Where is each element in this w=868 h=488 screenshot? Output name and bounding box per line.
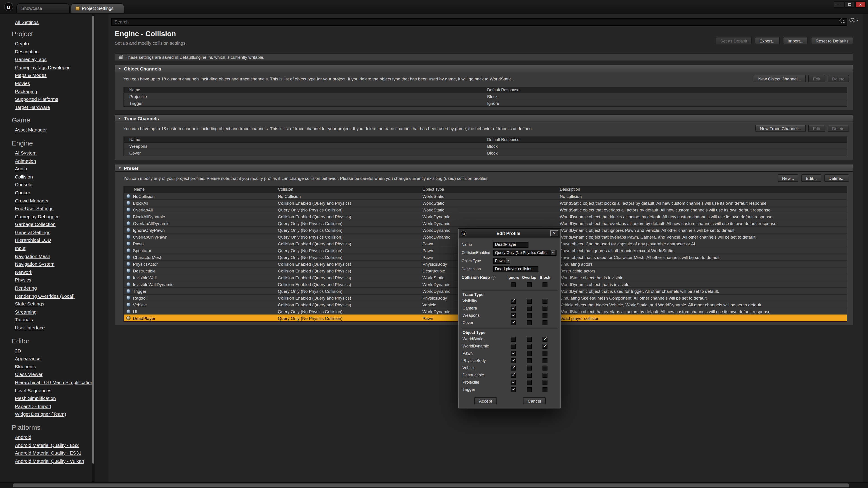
table-row[interactable]: Weapons Block [124,143,847,149]
sidebar-entry[interactable]: Supported Platforms [15,95,58,103]
ignore-checkbox[interactable] [511,387,516,392]
channel-action-button[interactable]: New Trace Channel... [755,125,806,132]
block-checkbox[interactable] [542,380,548,385]
sidebar-entry[interactable]: Project [12,30,33,37]
sidebar-entry[interactable]: Physics [15,276,31,284]
sidebar-entry[interactable]: Navigation Mesh [15,252,50,260]
block-checkbox[interactable] [542,306,548,311]
sidebar-entry[interactable]: Rendering Overrides (Local) [15,292,74,300]
minimize-button[interactable]: — [834,1,844,8]
page-action-button[interactable]: Set as Default [716,37,752,44]
search-icon[interactable] [839,19,844,24]
sidebar-entry[interactable]: 2D [15,347,21,355]
sidebar-entry[interactable]: Target Hardware [15,103,50,111]
ignore-checkbox[interactable] [511,282,516,287]
sidebar-entry[interactable]: Editor [12,337,29,345]
sidebar-entry[interactable]: Android Material Quality - ES2 [15,441,79,449]
sidebar-entry[interactable]: User Interface [15,324,45,332]
sidebar-entry[interactable]: Cooker [15,189,30,197]
preset-table-row[interactable]: NoCollision No Collision WorldStatic No … [124,193,847,199]
search-input[interactable] [111,18,847,26]
sidebar-entry[interactable]: Navigation System [15,260,55,268]
sidebar-entry[interactable]: Tutorials [15,316,33,324]
close-button[interactable]: ✕ [855,1,866,8]
sidebar-entry[interactable]: Platforms [12,423,40,431]
ignore-checkbox[interactable] [511,358,516,363]
channel-action-button[interactable]: Edit [808,75,825,82]
profile-name-input[interactable] [493,241,528,248]
overlap-checkbox[interactable] [527,313,532,318]
sidebar-entry[interactable]: Gameplay Debugger [15,213,59,221]
dialog-close-button[interactable]: ✕ [550,230,558,236]
overlap-checkbox[interactable] [527,351,532,356]
window-tab[interactable]: Showcase [16,3,70,13]
visibility-filter-button[interactable]: ▼ [849,18,859,22]
object-type-dropdown[interactable]: Pawn ▼ [493,258,510,264]
table-row[interactable]: Cover Block [124,149,847,156]
horizontal-scrollbar[interactable] [0,482,868,488]
sidebar-entry[interactable]: General Settings [15,229,50,236]
overlap-checkbox[interactable] [527,380,532,385]
sidebar-entry[interactable]: Android Material Quality - ES31 [15,449,81,457]
preset-table-row[interactable]: OverlapAll Query Only (No Physics Collis… [124,206,847,213]
ignore-checkbox[interactable] [511,313,516,318]
sidebar-entry[interactable]: Mesh Simplification [15,394,56,402]
section-header[interactable]: ▼ Object Channels [115,65,853,72]
sidebar-entry[interactable]: Collision [15,173,33,181]
sidebar-entry[interactable]: Crypto [15,40,29,48]
block-checkbox[interactable] [542,344,548,349]
sidebar-entry[interactable]: Asset Manager [15,126,47,134]
ignore-checkbox[interactable] [511,372,516,378]
preset-table-row[interactable]: OverlapAllDynamic Query Only (No Physics… [124,220,847,226]
block-checkbox[interactable] [542,387,548,392]
page-action-button[interactable]: Export... [755,37,780,44]
collision-enabled-dropdown[interactable]: Query Only (No Physics Collisi ▼ [493,250,557,256]
sidebar-entry[interactable]: Slate Settings [15,300,44,308]
sidebar-entry[interactable]: Console [15,181,32,189]
sidebar-entry[interactable]: Class Viewer [15,371,42,379]
overlap-checkbox[interactable] [527,306,532,311]
sidebar-entry[interactable]: Android Material Quality - Vulkan [15,457,84,465]
table-row[interactable]: Trigger Ignore [124,100,847,106]
sidebar-entry[interactable]: Audio [15,165,27,173]
sidebar-entry[interactable]: Movies [15,79,30,88]
sidebar-entry[interactable]: Widget Designer (Team) [15,411,66,418]
sidebar-entry[interactable]: Blueprints [15,363,36,371]
accept-button[interactable]: Accept [474,397,497,404]
block-checkbox[interactable] [542,282,548,287]
window-tab[interactable]: Project Settings [70,3,124,13]
ignore-checkbox[interactable] [511,351,516,356]
block-checkbox[interactable] [542,365,548,370]
sidebar-entry[interactable]: Description [15,48,39,56]
profile-description-input[interactable] [493,266,538,272]
preset-action-button[interactable]: Delete... [824,174,849,182]
sidebar-entry[interactable]: Animation [15,157,36,165]
ignore-checkbox[interactable] [511,306,516,311]
sidebar-scrollbar-thumb[interactable] [92,16,94,463]
block-checkbox[interactable] [542,320,548,325]
sidebar-entry[interactable]: End-User Settings [15,205,53,213]
block-checkbox[interactable] [542,298,548,303]
ignore-checkbox[interactable] [511,298,516,303]
sidebar-entry[interactable]: Hierarchical LOD [15,236,51,245]
overlap-checkbox[interactable] [527,365,532,370]
section-header[interactable]: ▼ Preset [115,164,853,172]
horizontal-scrollbar-thumb[interactable] [13,484,849,487]
sidebar-entry[interactable]: Crowd Manager [15,197,49,205]
overlap-checkbox[interactable] [527,358,532,363]
overlap-checkbox[interactable] [527,344,532,349]
overlap-checkbox[interactable] [527,320,532,325]
overlap-checkbox[interactable] [527,372,532,378]
page-action-button[interactable]: Reset to Defaults [811,37,853,44]
overlap-checkbox[interactable] [527,282,532,287]
channel-action-button[interactable]: Delete [828,75,849,82]
preset-table-row[interactable]: BlockAllDynamic Collision Enabled (Query… [124,213,847,220]
ignore-checkbox[interactable] [511,336,516,341]
sidebar-entry[interactable]: Appearance [15,355,40,363]
sidebar-entry[interactable]: GameplayTags [15,56,46,64]
preset-action-button[interactable]: New... [778,174,799,182]
sidebar-entry[interactable]: Rendering [15,284,37,292]
block-checkbox[interactable] [542,313,548,318]
sidebar-item-all-settings[interactable]: All Settings [15,20,39,25]
table-row[interactable]: Projectile Block [124,93,847,100]
